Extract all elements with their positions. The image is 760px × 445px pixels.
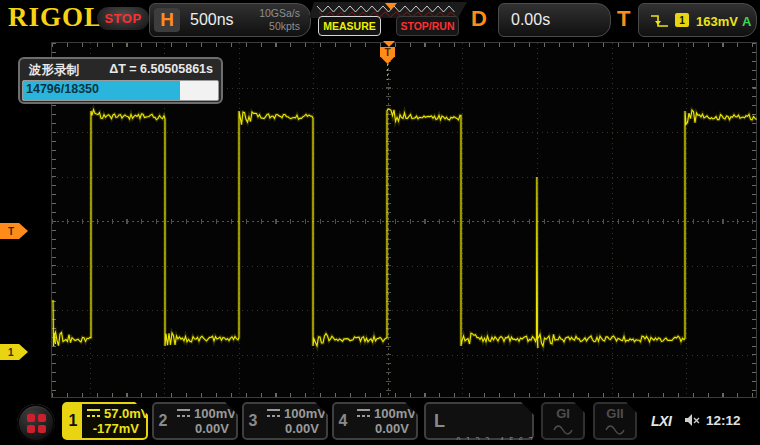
sine-wave-icon [604, 424, 626, 435]
horizontal-gridline [52, 266, 756, 267]
top-edge-ticks [52, 43, 756, 47]
vertical-gridline [686, 43, 687, 397]
clock: 12:12 [706, 413, 741, 428]
channel3-offset: 0.00V [285, 421, 319, 436]
dc-coupling-icon [87, 409, 100, 419]
vertical-gridline [612, 43, 613, 397]
channel3-number: 3 [244, 404, 262, 438]
record-progress-bar[interactable]: 14796/18350 [22, 80, 219, 101]
channel2-scale: 100mV [177, 406, 236, 421]
menu-dot-icon [38, 414, 46, 422]
center-vertical-gridline [388, 43, 389, 397]
channel4-offset: 0.00V [375, 421, 409, 436]
vertical-gridline [537, 43, 538, 397]
channel1-offset: -177mV [93, 421, 139, 436]
logic-channel-numbers: 0 1 2 3 4 5 6 78 9 1011 12131415 [456, 409, 538, 445]
delay-menu[interactable]: 0.00s [498, 3, 611, 37]
sample-rate: 10GSa/s [259, 7, 300, 20]
generator1-label: GI [543, 406, 583, 421]
logic-analyzer-box[interactable]: L 0 1 2 3 4 5 6 78 9 1011 12131415 [424, 402, 534, 440]
trigger-position-stem [387, 64, 388, 80]
channel2-offset: 0.00V [195, 421, 229, 436]
acquisition-info: 10GSa/s 50kpts [259, 7, 300, 33]
vertical-gridline [313, 43, 314, 397]
generator2-label: GII [595, 406, 635, 421]
delay-value: 0.00s [511, 11, 550, 29]
generator2-box[interactable]: GII [593, 402, 637, 440]
menu-dot-icon [27, 414, 35, 422]
main-menu-button[interactable] [17, 404, 55, 442]
vertical-gridline [239, 43, 240, 397]
trigger-level-marker[interactable]: T [0, 223, 28, 239]
channel3-box[interactable]: 3 100mV 0.00V [242, 402, 328, 440]
sine-wave-icon [552, 424, 574, 435]
channel2-number: 2 [154, 404, 172, 438]
channel4-number: 4 [334, 404, 352, 438]
horizontal-gridline [52, 310, 756, 311]
record-delta-t: ΔT = 6.50505861s [109, 62, 213, 76]
lxi-logo: LXI [651, 413, 671, 429]
horizontal-gridline [52, 132, 756, 133]
rigol-logo: RIGOL [8, 2, 103, 33]
menu-dot-icon [27, 425, 35, 433]
trigger-slope-falling-icon [650, 14, 670, 29]
menu-dot-icon [38, 425, 46, 433]
waveform-record-panel[interactable]: 波形录制 ΔT = 6.50505861s 14796/18350 [18, 57, 223, 104]
channel1-number: 1 [64, 404, 82, 438]
delay-key-label: D [471, 6, 487, 32]
trigger-position-arrow-icon [383, 41, 395, 47]
trigger-mode-indicator: A [742, 14, 751, 29]
stop-run-button[interactable]: STOP/RUN [396, 16, 459, 36]
speaker-muted-icon[interactable] [683, 412, 701, 428]
horizontal-gridline [52, 177, 756, 178]
run-state-indicator: STOP [97, 7, 149, 30]
dc-coupling-icon [267, 409, 280, 419]
center-horizontal-gridline [52, 221, 756, 222]
trigger-source-badge: 1 [675, 13, 689, 27]
channel3-scale: 100mV [267, 406, 326, 421]
dc-coupling-icon [177, 409, 190, 419]
horizontal-key-label: H [154, 8, 180, 32]
memory-depth: 50kpts [259, 20, 300, 33]
channel1-ground-marker[interactable]: 1 [0, 344, 28, 360]
horizontal-menu[interactable]: H 500ns 10GSa/s 50kpts [149, 3, 311, 37]
measure-button[interactable]: MEASURE [318, 16, 381, 36]
record-position-marker[interactable] [385, 3, 397, 10]
oscilloscope-screen: RIGOL STOP H 500ns 10GSa/s 50kpts MEASUR… [0, 0, 760, 445]
dc-coupling-icon [357, 409, 370, 419]
channel4-scale: 100mV [357, 406, 416, 421]
channel1-box[interactable]: 1 57.0mV -177mV [62, 402, 148, 440]
bottom-edge-ticks [52, 393, 756, 397]
record-frame-counter: 14796/18350 [26, 82, 99, 96]
logic-analyzer-label: L [434, 411, 445, 432]
horizontal-gridline [52, 355, 756, 356]
trigger-key-label: T [617, 6, 630, 32]
vertical-gridline [462, 43, 463, 397]
trigger-level-value: 163mV [696, 14, 738, 29]
trigger-menu[interactable]: 1 163mV A [638, 3, 757, 37]
channel4-box[interactable]: 4 100mV 0.00V [332, 402, 418, 440]
generator1-box[interactable]: GI [541, 402, 585, 440]
timebase-value: 500ns [190, 11, 234, 29]
record-title: 波形录制 [29, 62, 79, 79]
channel2-box[interactable]: 2 100mV 0.00V [152, 402, 238, 440]
channel1-scale: 57.0mV [87, 406, 150, 421]
